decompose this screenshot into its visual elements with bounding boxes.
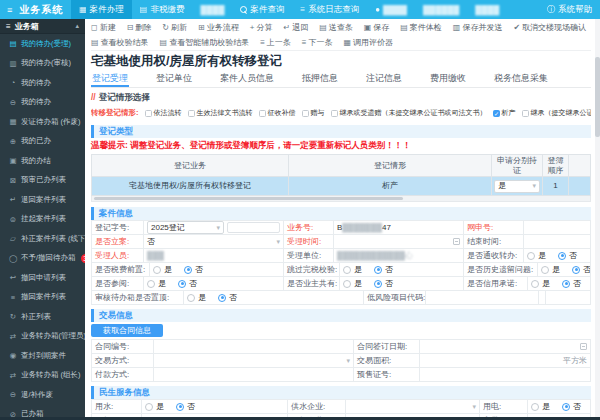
field-select[interactable]: ▾	[346, 400, 480, 413]
toolbar-button[interactable]: ⊞业务流程	[198, 22, 239, 33]
sidebar-item[interactable]: ↩撤回申请列表	[0, 268, 85, 288]
situation-checkbox-option[interactable]: 赠与	[302, 108, 325, 118]
radio-no-selected[interactable]	[374, 266, 382, 274]
menu-toggle-icon[interactable]: ≡	[0, 5, 19, 15]
toolbar-button[interactable]: ▥保存并发送	[453, 22, 503, 33]
tab-active[interactable]: 登记受理	[91, 71, 129, 87]
sidebar-item[interactable]: ▣我的办结	[0, 151, 85, 171]
split-cert-select[interactable]: 是▾	[494, 180, 540, 193]
sidebar-item[interactable]: ⊖我的待办	[0, 93, 85, 113]
checkbox[interactable]	[522, 110, 529, 117]
tab-item[interactable]: 税务信息采集	[493, 71, 549, 87]
field-input[interactable]	[154, 340, 354, 353]
sidebar-item[interactable]: ≡撤回案件列表	[0, 288, 85, 308]
top-nav-item[interactable]: ▤非税缴费	[132, 0, 193, 19]
field-input[interactable]	[524, 221, 590, 234]
radio-no-selected[interactable]	[218, 294, 226, 302]
tab-item[interactable]: 抵押信息	[301, 71, 339, 87]
sidebar-item[interactable]: ⊕我的已办	[0, 132, 85, 152]
radio-no-selected[interactable]	[184, 266, 192, 274]
toolbar-button[interactable]: ◻新建	[91, 22, 116, 33]
toolbar-button[interactable]: ▤查看校验结果	[91, 37, 149, 48]
radio-yes[interactable]	[145, 403, 153, 411]
sidebar-item[interactable]: ▤我的待办(受理)	[0, 34, 85, 54]
field-input[interactable]	[420, 368, 590, 381]
field-select[interactable]: 否▾	[144, 235, 284, 248]
sidebar-item[interactable]: ⇄业务转办箱 (组长)	[0, 366, 85, 386]
sidebar-item[interactable]: ▱补正案件列表 (线下)	[0, 229, 85, 249]
top-nav-item[interactable]: ≡系统日志查询	[292, 0, 367, 19]
situation-checkbox-option[interactable]: 征收补偿	[259, 108, 296, 118]
field-selectinput[interactable]: 2025登记▾	[144, 221, 284, 234]
top-nav-item[interactable]: 案件查询	[232, 0, 292, 19]
radio-yes[interactable]	[527, 252, 535, 260]
situation-checkbox-option[interactable]: 生效法律文书流转	[188, 108, 253, 118]
help-menu-item[interactable]: ⓘ系统帮助	[539, 0, 600, 19]
top-nav-item[interactable]: ████	[467, 0, 507, 19]
radio-no-selected[interactable]	[562, 280, 570, 288]
horizontal-scrollbar[interactable]	[91, 196, 591, 202]
radio-yes[interactable]	[531, 403, 539, 411]
situation-checkbox-option[interactable]: 继承或受遗赠（未提交继承公证书或司法文书）	[331, 108, 487, 118]
top-nav-item[interactable]: ●████	[367, 0, 415, 19]
field-input[interactable]	[524, 235, 590, 248]
radio-yes[interactable]	[541, 266, 549, 274]
radio-no-selected[interactable]	[558, 252, 566, 260]
toolbar-button[interactable]: ↵退回	[283, 22, 308, 33]
radio-no-selected[interactable]	[562, 403, 570, 411]
sidebar-item[interactable]: ⇄业务转办箱(管理员)	[0, 327, 85, 347]
sidebar-item[interactable]: ↵退回案件列表	[0, 190, 85, 210]
sidebar-item[interactable]: ▦发证待办箱 (作废)	[0, 112, 85, 132]
toolbar-button[interactable]: ⊟删除	[127, 22, 152, 33]
situation-checkbox-option[interactable]: 继承（提交继承公证书或司法文书）	[522, 108, 592, 118]
situation-checkbox-option[interactable]: 依法流转	[145, 108, 182, 118]
table-row-selected[interactable]: 宅基地使用权/房屋所有权转移登记析产是▾1BM1████	[92, 177, 590, 196]
horizontal-scrollbar-thumb[interactable]	[94, 197, 403, 200]
sidebar-item[interactable]: ◔我的待办	[0, 73, 85, 93]
sidebar-header[interactable]: ≡ 业务箱 ▴	[0, 19, 85, 34]
sidebar-item[interactable]: ▥我的待办(审核)	[0, 54, 85, 74]
field-unit[interactable]: 平方米	[420, 354, 590, 367]
top-nav-item[interactable]: ▦案件办理	[71, 0, 132, 19]
field-date[interactable]	[420, 340, 590, 353]
radio-no-selected[interactable]	[176, 403, 184, 411]
radio-yes[interactable]	[343, 266, 351, 274]
sidebar-item[interactable]: ◉查封到期案件	[0, 346, 85, 366]
toolbar-button[interactable]: +分算	[250, 22, 273, 33]
tab-item[interactable]: 注记信息	[365, 71, 403, 87]
tab-item[interactable]: 案件人员信息	[219, 71, 275, 87]
toolbar-button[interactable]: ↻刷新	[162, 22, 187, 33]
radio-no-selected[interactable]	[178, 280, 186, 288]
toolbar-button[interactable]: ≡下一条	[302, 37, 333, 48]
checkbox[interactable]	[331, 110, 338, 117]
toolbar-button[interactable]: ▤送查条	[319, 22, 353, 33]
sidebar-item[interactable]: ↻补正列表	[0, 307, 85, 327]
toolbar-button[interactable]: ▦调用评价器	[343, 37, 393, 48]
situation-checkbox-option[interactable]: 析产	[493, 108, 516, 118]
radio-yes[interactable]	[343, 280, 351, 288]
fetch-contract-button[interactable]: 获取合同信息	[91, 324, 163, 337]
radio-yes[interactable]	[147, 280, 155, 288]
radio-no-selected[interactable]	[572, 266, 580, 274]
year-select[interactable]: 2025登记▾	[147, 221, 224, 234]
sidebar-item[interactable]: ⊖退/补作废	[0, 385, 85, 405]
field-input[interactable]	[154, 368, 354, 381]
tab-item[interactable]: 费用缴收	[429, 71, 467, 87]
tab-item[interactable]: 登记单位	[155, 71, 193, 87]
toolbar-button[interactable]: ▤查看智能辅助校验结果	[160, 37, 250, 48]
field-select[interactable]: ▾	[154, 354, 354, 367]
checkbox[interactable]	[302, 110, 309, 117]
checkbox[interactable]	[188, 110, 195, 117]
toolbar-button[interactable]: ▣保存	[364, 22, 390, 33]
radio-no-selected[interactable]	[374, 280, 382, 288]
radio-yes[interactable]	[153, 266, 161, 274]
sidebar-item[interactable]: ⊜挂起案件列表	[0, 210, 85, 230]
toolbar-button[interactable]: ▤案件体检	[400, 22, 442, 33]
radio-yes[interactable]	[187, 294, 195, 302]
vertical-scrollbar[interactable]	[595, 19, 600, 417]
radio-yes[interactable]	[531, 280, 539, 288]
checkbox[interactable]	[145, 110, 152, 117]
checkbox[interactable]	[259, 110, 266, 117]
field-date[interactable]	[334, 235, 464, 248]
sidebar-item[interactable]: ◯不予/撤回待办箱3	[0, 249, 85, 269]
